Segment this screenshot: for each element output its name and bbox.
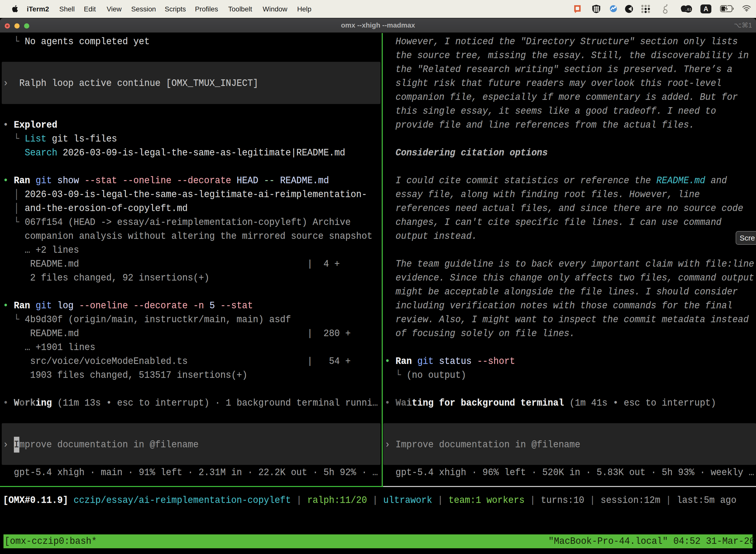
svg-text:..61: ..61 (685, 7, 691, 11)
